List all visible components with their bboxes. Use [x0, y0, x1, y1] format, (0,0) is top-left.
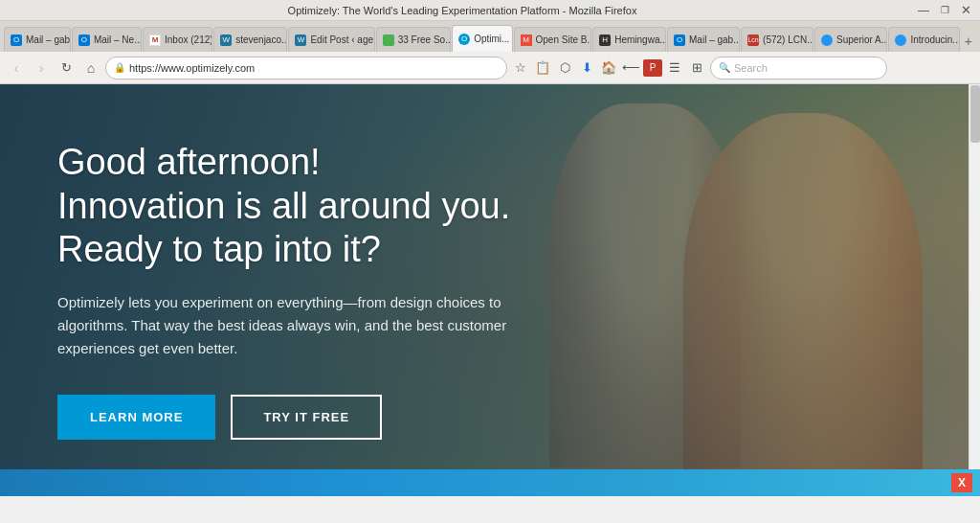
hero-title: Good afternoon! Innovation is all around… — [57, 141, 536, 272]
new-tab-button[interactable]: + — [961, 31, 976, 52]
tab-label: 33 Free So... — [398, 34, 451, 45]
tab-bar: O Mail – gab ✕ O Mail – Ne... ✕ M Inbox … — [0, 21, 980, 52]
tab-label: Mail – gab... — [689, 34, 740, 45]
sidebar-button[interactable]: ⊞ — [687, 58, 706, 78]
search-bar[interactable]: 🔍 Search — [710, 57, 887, 80]
tab-stevenjaco[interactable]: W stevenjaco... ✕ — [213, 27, 287, 52]
tab-favicon: M — [521, 34, 532, 46]
hero-content: Good afternoon! Innovation is all around… — [0, 141, 536, 440]
tab-label: stevenjaco... — [235, 34, 287, 45]
learn-more-button[interactable]: LEARN MORE — [57, 395, 215, 440]
hero-section: Good afternoon! Innovation is all around… — [0, 84, 980, 496]
tab-favicon — [383, 34, 394, 46]
tab-label: Superior A... — [836, 34, 887, 45]
window-title: Optimizely: The World's Leading Experime… — [8, 5, 917, 16]
tab-mail-gab1[interactable]: O Mail – gab ✕ — [4, 27, 71, 52]
pocket-icon-2[interactable]: P — [643, 59, 662, 77]
tab-33-free[interactable]: 33 Free So... ✕ — [376, 27, 451, 52]
tab-favicon — [895, 34, 906, 46]
minimize-button[interactable]: — — [917, 4, 930, 17]
hero-title-line1: Good afternoon! — [57, 142, 321, 182]
home-button[interactable]: ⌂ — [80, 57, 101, 79]
tab-favicon: H — [599, 34, 611, 46]
tab-superior[interactable]: Superior A... ✕ — [814, 27, 887, 52]
browser-content: Good afternoon! Innovation is all around… — [0, 84, 980, 496]
tab-label: (572) LCN... — [763, 34, 813, 45]
tab-label: Hemingwa... — [614, 34, 666, 45]
hero-title-line2: Innovation is all around you. — [57, 186, 510, 226]
close-button[interactable]: ✕ — [959, 4, 972, 17]
tab-favicon: W — [220, 34, 232, 46]
hero-title-line3: Ready to tap into it? — [57, 229, 381, 269]
tab-label: Mail – Ne... — [94, 34, 142, 45]
scrollbar[interactable] — [969, 84, 980, 496]
tab-edit-post[interactable]: W Edit Post ‹ age... ✕ — [288, 27, 374, 52]
bookmark-button[interactable]: 📋 — [533, 58, 552, 78]
tab-favicon: O — [78, 34, 90, 46]
tab-favicon: W — [295, 34, 306, 46]
tab-inbox[interactable]: M Inbox (212) ✕ — [143, 27, 212, 52]
back-nav-icon[interactable]: ⟵ — [621, 58, 640, 78]
tab-favicon — [821, 34, 833, 46]
bookmark-star-button[interactable]: ☆ — [511, 58, 530, 78]
hamburger-menu[interactable]: ☰ — [665, 58, 684, 78]
reload-button[interactable]: ↻ — [56, 57, 77, 79]
restore-button[interactable]: ❐ — [938, 4, 951, 17]
forward-button[interactable]: › — [31, 57, 52, 79]
tab-label: Optimi... — [474, 34, 509, 44]
nav-bar: ‹ › ↻ ⌂ 🔒 https://www.optimizely.com ☆ 📋… — [0, 52, 980, 84]
tab-introducing[interactable]: Introducin... ✕ — [888, 27, 959, 52]
tab-favicon: Lcn — [747, 34, 759, 46]
tab-favicon: O — [458, 34, 470, 45]
tab-label: Inbox (212) — [165, 34, 212, 45]
nav-icons: ☆ 📋 ⬡ ⬇ 🏠 ⟵ P ☰ ⊞ — [511, 58, 706, 78]
tab-mail-gab2[interactable]: O Mail – gab... ✕ — [667, 27, 740, 52]
try-it-free-button[interactable]: TRY IT FREE — [231, 395, 382, 440]
address-bar[interactable]: 🔒 https://www.optimizely.com — [105, 57, 507, 80]
download-button[interactable]: ⬇ — [577, 58, 596, 78]
scrollbar-thumb[interactable] — [970, 85, 980, 143]
lock-icon: 🔒 — [114, 62, 125, 73]
hero-subtitle: Optimizely lets you experiment on everyt… — [57, 291, 536, 360]
search-icon: 🔍 — [719, 62, 730, 73]
pocket-button[interactable]: ⬡ — [555, 58, 574, 78]
tab-hemingway[interactable]: H Hemingwa... ✕ — [592, 27, 666, 52]
tab-label: Mail – gab — [26, 34, 70, 45]
tab-label: Introducin... — [910, 34, 959, 45]
hero-buttons: LEARN MORE TRY IT FREE — [57, 395, 536, 440]
tab-favicon: O — [674, 34, 685, 46]
back-button[interactable]: ‹ — [6, 57, 27, 79]
url-text: https://www.optimizely.com — [129, 62, 255, 74]
tab-open-site[interactable]: M Open Site B... ✕ — [514, 27, 592, 52]
bottom-bar-close-button[interactable]: X — [951, 473, 972, 492]
tab-mail-ne[interactable]: O Mail – Ne... ✕ — [72, 27, 142, 52]
titlebar: Optimizely: The World's Leading Experime… — [0, 0, 980, 21]
tab-favicon: O — [11, 34, 22, 46]
tab-optimizely[interactable]: O Optimi... ✕ — [452, 25, 512, 52]
home-nav-button[interactable]: 🏠 — [599, 58, 618, 78]
tab-label: Edit Post ‹ age... — [310, 34, 374, 45]
tab-lcn[interactable]: Lcn (572) LCN... ✕ — [741, 27, 813, 52]
bottom-notification-bar: X — [0, 469, 980, 496]
search-placeholder: Search — [734, 62, 768, 74]
tab-label: Open Site B... — [536, 34, 592, 45]
tab-favicon: M — [149, 34, 161, 46]
